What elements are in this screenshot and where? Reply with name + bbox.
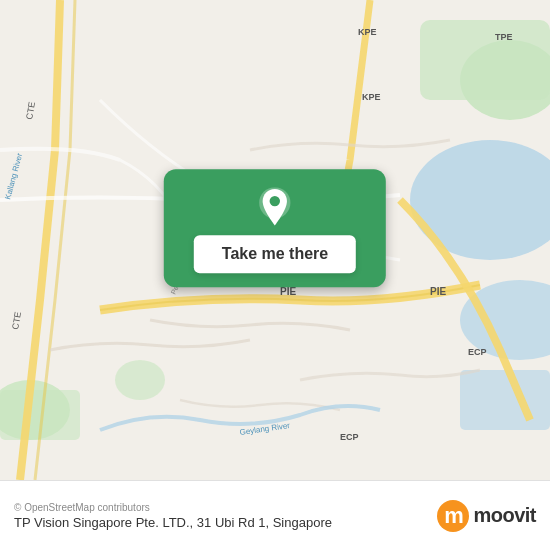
moovit-logo: m moovit — [437, 500, 536, 532]
take-me-there-button[interactable]: Take me there — [194, 235, 356, 273]
svg-text:PIE: PIE — [430, 286, 446, 297]
svg-point-22 — [270, 196, 280, 206]
map-container: CTE CTE PIE PIE ECP ECP KPE KPE TPE Geyl… — [0, 0, 550, 480]
svg-text:TPE: TPE — [495, 32, 513, 42]
button-overlay: Take me there — [164, 169, 386, 287]
svg-rect-5 — [420, 20, 550, 100]
moovit-wordmark: moovit — [473, 504, 536, 527]
svg-text:KPE: KPE — [362, 92, 381, 102]
svg-text:ECP: ECP — [468, 347, 487, 357]
bottom-bar: © OpenStreetMap contributors TP Vision S… — [0, 480, 550, 550]
svg-point-8 — [115, 360, 165, 400]
location-pin-icon — [255, 187, 295, 227]
location-info: TP Vision Singapore Pte. LTD., 31 Ubi Rd… — [14, 515, 332, 530]
moovit-m-icon: m — [437, 500, 469, 532]
svg-text:PIE: PIE — [280, 286, 296, 297]
app: CTE CTE PIE PIE ECP ECP KPE KPE TPE Geyl… — [0, 0, 550, 550]
bottom-info: © OpenStreetMap contributors TP Vision S… — [14, 502, 332, 530]
svg-rect-3 — [460, 370, 550, 430]
svg-text:ECP: ECP — [340, 432, 359, 442]
svg-text:KPE: KPE — [358, 27, 377, 37]
green-card: Take me there — [164, 169, 386, 287]
copyright-text: © OpenStreetMap contributors — [14, 502, 332, 513]
